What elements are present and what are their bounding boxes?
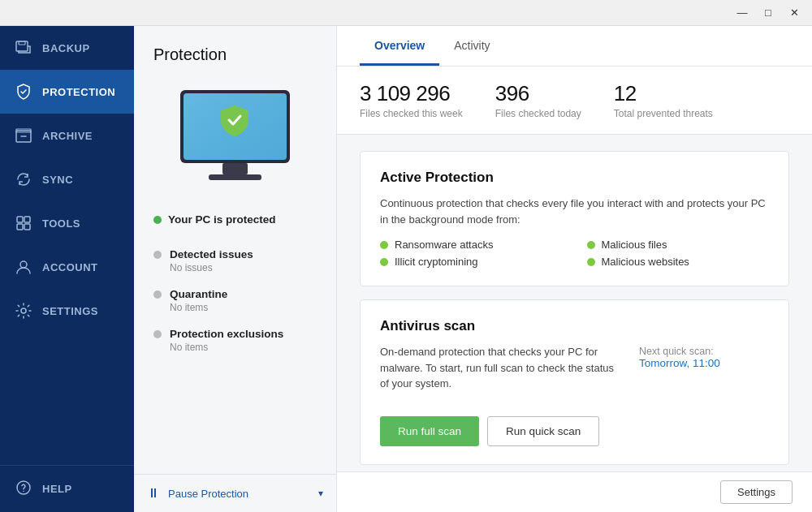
status-dot-green — [153, 216, 162, 224]
sidebar-item-sync[interactable]: Sync — [0, 157, 134, 201]
active-protection-title: Active Protection — [380, 170, 769, 186]
run-full-scan-button[interactable]: Run full scan — [380, 416, 479, 446]
page-title: Protection — [153, 45, 227, 63]
svg-point-11 — [23, 491, 24, 493]
sidebar-item-account[interactable]: Account — [0, 245, 134, 289]
quarantine-sub: No items — [170, 302, 227, 313]
feature-malicious-files: Malicious files — [587, 239, 770, 251]
svg-rect-15 — [222, 163, 248, 174]
tab-overview[interactable]: Overview — [360, 26, 439, 66]
feature-cryptomining: Illicit cryptomining — [380, 256, 563, 268]
stat-threats-value: 12 — [614, 81, 713, 106]
sidebar-item-settings-label: Settings — [42, 305, 98, 317]
sidebar-item-settings[interactable]: Settings — [0, 289, 134, 333]
maximize-button[interactable]: □ — [757, 4, 780, 22]
exclusions-title: Protection exclusions — [170, 328, 283, 340]
svg-point-9 — [21, 308, 26, 313]
feature-cryptomining-label: Illicit cryptomining — [395, 256, 478, 268]
features-grid: Ransomware attacks Malicious files Illic… — [380, 239, 769, 268]
right-panel: Overview Activity 3 109 296 Files checke… — [337, 26, 812, 512]
sidebar-item-help[interactable]: Help — [0, 465, 134, 512]
sidebar-item-tools-label: Tools — [42, 217, 80, 230]
tab-bar: Overview Activity — [360, 26, 789, 66]
chevron-down-icon: ▾ — [318, 488, 323, 499]
monitor-illustration — [172, 84, 298, 189]
sidebar-item-sync-label: Sync — [42, 174, 73, 186]
next-scan-label: Next quick scan: — [639, 346, 714, 357]
pause-icon: ⏸ — [147, 486, 160, 501]
svg-point-10 — [17, 481, 30, 494]
green-dot-malicious-websites — [587, 258, 595, 266]
next-scan-time: Tomorrow, 11:00 — [639, 357, 720, 369]
stat-threats-label: Total prevented threats — [614, 108, 713, 119]
pause-protection-footer[interactable]: ⏸ Pause Protection ▾ — [134, 474, 336, 512]
svg-rect-6 — [17, 224, 23, 230]
green-dot-cryptomining — [380, 258, 388, 266]
grey-dot-exclusions — [153, 330, 162, 338]
sidebar-item-backup[interactable]: Backup — [0, 26, 134, 70]
feature-ransomware-label: Ransomware attacks — [395, 239, 493, 251]
sidebar-help-label: Help — [42, 483, 72, 495]
sidebar-item-protection-label: Protection — [42, 86, 115, 98]
run-quick-scan-button[interactable]: Run quick scan — [487, 416, 599, 446]
left-panel: Protection — [134, 26, 337, 512]
right-content: Active Protection Continuous protection … — [337, 135, 812, 471]
app-body: Backup Protection Archive — [0, 26, 812, 512]
left-section-exclusions[interactable]: Protection exclusions No items — [147, 328, 323, 353]
left-section-quarantine[interactable]: Quarantine No items — [147, 288, 323, 313]
stat-prevented-threats: 12 Total prevented threats — [614, 81, 713, 119]
feature-malicious-websites-label: Malicious websites — [602, 256, 689, 268]
backup-icon — [15, 39, 32, 57]
status-protected: Your PC is protected — [147, 213, 276, 226]
antivirus-scan-title: Antivirus scan — [380, 318, 769, 334]
right-header: Overview Activity — [337, 26, 812, 67]
feature-malicious-files-label: Malicious files — [602, 239, 667, 251]
quarantine-title: Quarantine — [170, 288, 227, 300]
sidebar-item-tools[interactable]: Tools — [0, 201, 134, 245]
right-footer: Settings — [337, 471, 812, 512]
settings-icon — [15, 302, 32, 320]
detected-issues-sub: No issues — [170, 262, 253, 273]
svg-rect-1 — [19, 41, 25, 45]
scan-buttons: Run full scan Run quick scan — [380, 416, 769, 446]
minimize-button[interactable]: — — [731, 4, 754, 22]
svg-rect-0 — [16, 41, 28, 51]
antivirus-scan-card: Antivirus scan On-demand protection that… — [360, 299, 789, 465]
sidebar-item-archive-label: Archive — [42, 130, 93, 142]
exclusions-sub: No items — [170, 342, 283, 353]
left-section-detected-issues[interactable]: Detected issues No issues — [147, 248, 323, 273]
sidebar-item-backup-label: Backup — [42, 42, 90, 54]
settings-button[interactable]: Settings — [720, 480, 793, 504]
close-button[interactable]: ✕ — [783, 4, 806, 22]
pause-protection-label: Pause Protection — [168, 488, 310, 500]
tools-icon — [15, 214, 32, 232]
archive-icon — [15, 127, 32, 144]
sidebar: Backup Protection Archive — [0, 26, 134, 512]
green-dot-malicious-files — [587, 241, 595, 249]
sync-icon — [15, 170, 32, 188]
svg-rect-7 — [24, 224, 30, 230]
active-protection-card: Active Protection Continuous protection … — [360, 151, 789, 286]
active-protection-desc: Continuous protection that checks every … — [380, 196, 769, 227]
svg-rect-4 — [17, 217, 23, 222]
svg-rect-16 — [209, 174, 261, 180]
stat-files-today: 396 Files checked today — [495, 81, 581, 119]
tab-activity[interactable]: Activity — [439, 26, 504, 66]
antivirus-scan-desc: On-demand protection that checks your PC… — [380, 344, 623, 392]
account-icon — [15, 258, 32, 276]
stat-files-today-label: Files checked today — [495, 108, 581, 119]
sidebar-item-protection[interactable]: Protection — [0, 70, 134, 114]
sidebar-item-archive[interactable]: Archive — [0, 114, 134, 157]
stat-files-week: 3 109 296 Files checked this week — [360, 81, 463, 119]
status-text: Your PC is protected — [168, 213, 276, 226]
detected-issues-title: Detected issues — [170, 248, 253, 260]
svg-point-8 — [20, 261, 27, 268]
help-icon — [15, 479, 32, 499]
grey-dot-quarantine — [153, 290, 162, 299]
svg-rect-5 — [24, 217, 30, 222]
stat-files-week-value: 3 109 296 — [360, 81, 463, 106]
stats-bar: 3 109 296 Files checked this week 396 Fi… — [337, 67, 812, 135]
protection-icon — [15, 83, 32, 101]
green-dot-ransomware — [380, 241, 388, 249]
feature-ransomware: Ransomware attacks — [380, 239, 563, 251]
